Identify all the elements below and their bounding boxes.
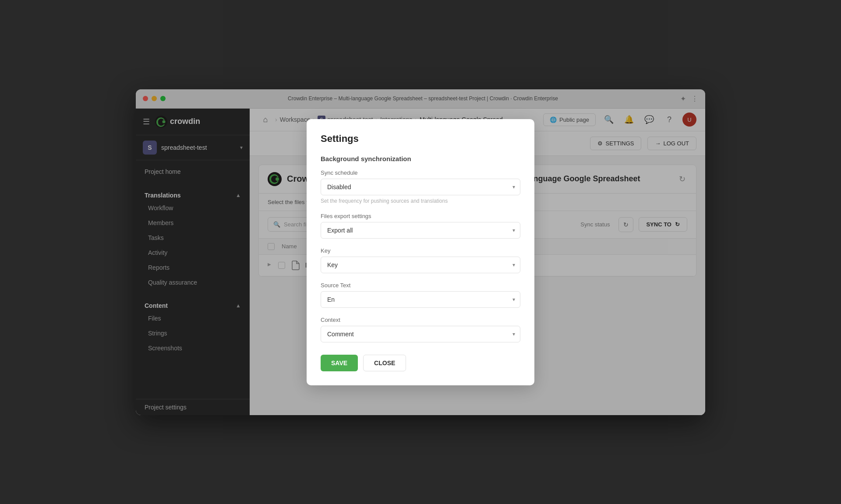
context-select-wrapper: Comment None Description ▾ — [321, 326, 520, 342]
context-select[interactable]: Comment None Description — [321, 326, 520, 342]
form-group-files-export: Files export settings Export all Export … — [321, 213, 520, 239]
source-text-select-wrapper: En Fr De Es ▾ — [321, 291, 520, 308]
sync-schedule-label: Sync schedule — [321, 169, 520, 176]
key-select[interactable]: Key ID Context — [321, 257, 520, 273]
source-text-label: Source Text — [321, 282, 520, 289]
save-button[interactable]: SAVE — [321, 355, 358, 371]
modal-title: Settings — [321, 133, 520, 145]
integration-page: Crowdin ↻ X Multi-language Google Spread… — [250, 156, 705, 415]
main-content: ⌂ › Workspace › S spreadsheet-test › Int… — [250, 109, 705, 415]
form-group-sync-schedule: Sync schedule Disabled Every hour Every … — [321, 169, 520, 204]
app-layout: ☰ crowdin S spreadsheet-test ▾ Project — [136, 109, 705, 415]
files-export-select[interactable]: Export all Export only approved Export o… — [321, 222, 520, 239]
files-export-label: Files export settings — [321, 213, 520, 219]
close-button[interactable]: CLOSE — [363, 355, 406, 371]
key-label: Key — [321, 247, 520, 254]
files-export-select-wrapper: Export all Export only approved Export o… — [321, 222, 520, 239]
form-group-context: Context Comment None Description ▾ — [321, 317, 520, 342]
browser-window: Crowdin Enterprise – Multi-language Goog… — [136, 89, 705, 415]
modal-actions: SAVE CLOSE — [321, 355, 520, 371]
form-group-key: Key Key ID Context ▾ — [321, 247, 520, 273]
form-group-source-text: Source Text En Fr De Es ▾ — [321, 282, 520, 308]
sync-schedule-hint: Set the frequency for pushing sources an… — [321, 198, 520, 204]
source-text-select[interactable]: En Fr De Es — [321, 291, 520, 308]
sync-schedule-select-wrapper: Disabled Every hour Every day Every week… — [321, 179, 520, 195]
key-select-wrapper: Key ID Context ▾ — [321, 257, 520, 273]
context-label: Context — [321, 317, 520, 323]
modal-overlay[interactable]: Settings Background synchronization Sync… — [250, 109, 705, 415]
modal-section-title: Background synchronization — [321, 155, 520, 162]
sync-schedule-select[interactable]: Disabled Every hour Every day Every week — [321, 179, 520, 195]
settings-modal: Settings Background synchronization Sync… — [307, 119, 534, 385]
